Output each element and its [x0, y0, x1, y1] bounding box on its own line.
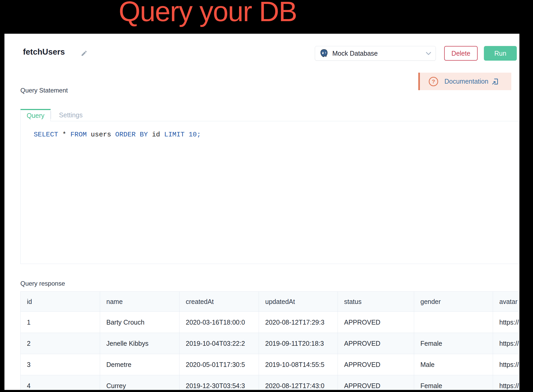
- sql-editor[interactable]: SELECT * FROM users ORDER BY id LIMIT 10…: [20, 121, 519, 264]
- documentation-accent-bar: [418, 73, 420, 90]
- query-name-title: fetchUsers: [23, 47, 65, 57]
- column-header-gender: gender: [414, 292, 493, 312]
- table-row: 1Barty Crouch2020-03-16T18:00:02020-08-1…: [21, 312, 519, 333]
- tab-divider: [51, 111, 51, 119]
- tab-query-label: Query: [27, 112, 44, 119]
- datasource-select[interactable]: Mock Database: [315, 46, 436, 61]
- column-header-id: id: [21, 292, 100, 312]
- postgresql-icon: [319, 49, 329, 58]
- delete-button[interactable]: Delete: [444, 46, 478, 61]
- question-circle-icon: ?: [429, 77, 438, 86]
- app-window: fetchUsers Mock Database Delete Run ? Do…: [4, 34, 519, 390]
- cell-createdAt: 2020-03-16T18:00:0: [179, 312, 259, 333]
- query-statement-label: Query Statement: [20, 87, 68, 94]
- table-row: 2Jenelle Kibbys2019-10-04T03:22:22019-09…: [21, 333, 519, 354]
- cell-updatedAt: 2019-10-08T14:55:5: [259, 354, 338, 375]
- query-response-table: idnamecreatedAtupdatedAtstatusgenderavat…: [20, 291, 519, 390]
- open-document-icon: [491, 78, 499, 85]
- cell-id: 2: [21, 333, 100, 354]
- table-row: 4Currey2019-12-30T03:54:32020-08-12T17:4…: [21, 375, 519, 390]
- documentation-label: Documentation: [444, 78, 488, 85]
- cell-gender: Male: [414, 354, 493, 375]
- cell-gender: Female: [414, 333, 493, 354]
- cell-status: APPROVED: [338, 312, 414, 333]
- table-row: 3Demetre2020-05-01T17:30:52019-10-08T14:…: [21, 354, 519, 375]
- page-title: Query your DB: [0, 0, 415, 26]
- table-header-row: idnamecreatedAtupdatedAtstatusgenderavat…: [21, 292, 519, 312]
- sql-statement: SELECT * FROM users ORDER BY id LIMIT 10…: [34, 131, 201, 139]
- cell-id: 3: [21, 354, 100, 375]
- cell-name: Jenelle Kibbys: [100, 333, 179, 354]
- tab-query[interactable]: Query: [20, 109, 51, 121]
- cell-gender: [414, 312, 493, 333]
- tab-settings[interactable]: Settings: [51, 109, 91, 121]
- column-header-createdAt: createdAt: [179, 292, 259, 312]
- cell-status: APPROVED: [338, 333, 414, 354]
- cell-id: 4: [21, 375, 100, 390]
- column-header-updatedAt: updatedAt: [259, 292, 338, 312]
- cell-updatedAt: 2020-08-12T17:29:3: [259, 312, 338, 333]
- cell-createdAt: 2019-10-04T03:22:2: [179, 333, 259, 354]
- cell-name: Currey: [100, 375, 179, 390]
- cell-status: APPROVED: [338, 375, 414, 390]
- cell-updatedAt: 2019-09-11T20:18:3: [259, 333, 338, 354]
- cell-avatar: https://: [493, 333, 519, 354]
- chevron-down-icon: [426, 51, 431, 55]
- column-header-name: name: [100, 292, 179, 312]
- documentation-link[interactable]: ? Documentation: [418, 73, 511, 90]
- run-button[interactable]: Run: [484, 46, 517, 61]
- cell-gender: Female: [414, 375, 493, 390]
- cell-status: APPROVED: [338, 354, 414, 375]
- cell-createdAt: 2019-12-30T03:54:3: [179, 375, 259, 390]
- cell-createdAt: 2020-05-01T17:30:5: [179, 354, 259, 375]
- cell-avatar: https://: [493, 312, 519, 333]
- datasource-selected-value: Mock Database: [332, 50, 378, 57]
- cell-name: Barty Crouch: [100, 312, 179, 333]
- cell-avatar: https://: [493, 354, 519, 375]
- cell-name: Demetre: [100, 354, 179, 375]
- tab-settings-label: Settings: [59, 111, 83, 119]
- edit-query-name-icon[interactable]: [81, 50, 88, 57]
- cell-updatedAt: 2020-08-12T17:43:0: [259, 375, 338, 390]
- column-header-avatar: avatar: [493, 292, 519, 312]
- cell-avatar: https://: [493, 375, 519, 390]
- column-header-status: status: [338, 292, 414, 312]
- query-response-label: Query response: [20, 280, 65, 287]
- cell-id: 1: [21, 312, 100, 333]
